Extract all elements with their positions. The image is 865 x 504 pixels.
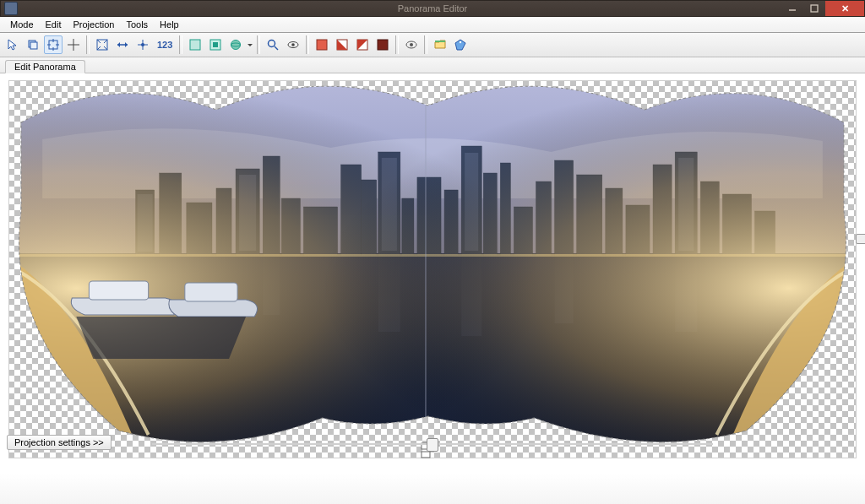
- tag-button[interactable]: [451, 35, 470, 54]
- pointer-tool-button[interactable]: [3, 35, 22, 54]
- menu-edit[interactable]: Edit: [41, 19, 67, 30]
- toolbar-separator: [424, 35, 427, 54]
- panorama-canvas[interactable]: [8, 80, 857, 458]
- svg-point-30: [460, 41, 461, 43]
- move-tool-button[interactable]: [24, 35, 42, 54]
- zoom-button[interactable]: [264, 35, 282, 54]
- vertical-slider-thumb[interactable]: [856, 234, 865, 244]
- close-icon: ✕: [841, 3, 849, 14]
- minimize-button[interactable]: [781, 1, 803, 16]
- sphere-dropdown[interactable]: [247, 36, 253, 53]
- toolbar-separator: [86, 35, 90, 54]
- mask-button[interactable]: [206, 35, 225, 54]
- projection-settings-button[interactable]: Projection settings >>: [7, 435, 112, 450]
- toolbar-separator: [179, 35, 182, 54]
- svg-rect-1: [811, 5, 818, 12]
- svg-point-19: [269, 41, 275, 47]
- maximize-button[interactable]: [803, 1, 825, 16]
- svg-rect-29: [435, 41, 445, 42]
- app-icon: [4, 2, 18, 15]
- flag-dark-button[interactable]: [373, 35, 392, 54]
- flag-red-button[interactable]: [313, 35, 331, 54]
- flag-half-1-button[interactable]: [333, 35, 351, 54]
- tab-edit-panorama[interactable]: Edit Panorama: [5, 60, 85, 73]
- svg-rect-75: [185, 283, 237, 301]
- menu-mode[interactable]: Mode: [5, 19, 39, 30]
- svg-rect-3: [30, 42, 37, 49]
- flag-half-2-button[interactable]: [353, 35, 372, 54]
- horizontal-slider-thumb[interactable]: [427, 438, 438, 452]
- numbers-button[interactable]: 123: [154, 35, 176, 54]
- svg-marker-9: [117, 42, 120, 47]
- rotate-tool-button[interactable]: [44, 35, 63, 54]
- menu-projection[interactable]: Projection: [68, 19, 120, 30]
- vertical-slider[interactable]: [857, 107, 864, 428]
- svg-point-28: [410, 43, 413, 46]
- svg-rect-26: [378, 40, 388, 50]
- window-controls: ✕: [781, 1, 864, 16]
- svg-rect-16: [213, 42, 218, 47]
- svg-rect-23: [317, 40, 327, 50]
- svg-marker-10: [125, 42, 128, 47]
- horizontal-slider[interactable]: [152, 440, 713, 448]
- svg-rect-73: [8, 80, 857, 458]
- grid-button[interactable]: [186, 35, 204, 54]
- canvas-area: [0, 73, 865, 474]
- tab-strip: Edit Panorama: [0, 57, 865, 73]
- menu-help[interactable]: Help: [155, 19, 184, 30]
- close-button[interactable]: ✕: [825, 1, 864, 16]
- menu-bar: Mode Edit Projection Tools Help: [0, 17, 865, 33]
- fit-tool-button[interactable]: [93, 35, 112, 54]
- horizon-tool-button[interactable]: [133, 35, 152, 54]
- toolbar-separator: [306, 35, 309, 54]
- straighten-tool-button[interactable]: [113, 35, 132, 54]
- panorama-image: [8, 80, 857, 458]
- menu-tools[interactable]: Tools: [121, 19, 153, 30]
- svg-point-17: [231, 41, 241, 50]
- lens-button[interactable]: [402, 35, 421, 54]
- svg-rect-14: [190, 40, 200, 50]
- svg-rect-78: [422, 452, 430, 458]
- svg-point-22: [292, 43, 296, 46]
- center-tool-button[interactable]: [64, 35, 83, 54]
- title-bar: Panorama Editor ✕: [0, 0, 865, 17]
- toolbar: 123: [0, 33, 865, 57]
- toolbar-separator: [395, 35, 399, 54]
- svg-point-13: [141, 43, 144, 46]
- svg-line-20: [275, 46, 278, 50]
- svg-rect-74: [89, 281, 148, 300]
- toolbar-separator: [257, 35, 260, 54]
- sphere-button[interactable]: [226, 35, 245, 54]
- open-button[interactable]: [431, 35, 449, 54]
- window-title: Panorama Editor: [398, 3, 468, 14]
- preview-button[interactable]: [284, 35, 302, 54]
